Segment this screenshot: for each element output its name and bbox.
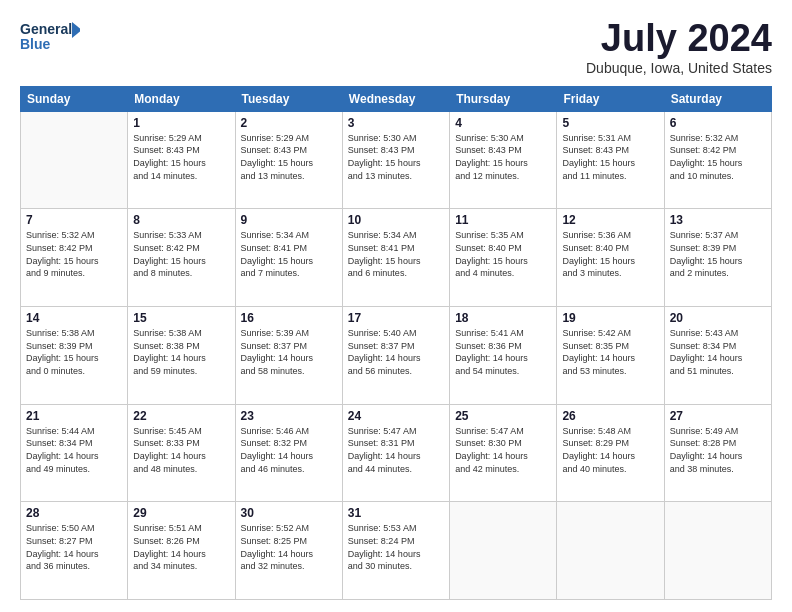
day-number: 10 (348, 213, 444, 227)
calendar-cell: 4Sunrise: 5:30 AM Sunset: 8:43 PM Daylig… (450, 111, 557, 209)
day-number: 24 (348, 409, 444, 423)
day-number: 5 (562, 116, 658, 130)
calendar-week-row: 14Sunrise: 5:38 AM Sunset: 8:39 PM Dayli… (21, 307, 772, 405)
calendar-cell: 23Sunrise: 5:46 AM Sunset: 8:32 PM Dayli… (235, 404, 342, 502)
day-number: 1 (133, 116, 229, 130)
day-info: Sunrise: 5:31 AM Sunset: 8:43 PM Dayligh… (562, 132, 658, 182)
day-number: 12 (562, 213, 658, 227)
calendar-cell: 11Sunrise: 5:35 AM Sunset: 8:40 PM Dayli… (450, 209, 557, 307)
day-number: 22 (133, 409, 229, 423)
day-number: 13 (670, 213, 766, 227)
calendar-cell: 30Sunrise: 5:52 AM Sunset: 8:25 PM Dayli… (235, 502, 342, 600)
calendar-cell: 27Sunrise: 5:49 AM Sunset: 8:28 PM Dayli… (664, 404, 771, 502)
day-info: Sunrise: 5:39 AM Sunset: 8:37 PM Dayligh… (241, 327, 337, 377)
day-number: 17 (348, 311, 444, 325)
calendar-week-row: 21Sunrise: 5:44 AM Sunset: 8:34 PM Dayli… (21, 404, 772, 502)
day-info: Sunrise: 5:40 AM Sunset: 8:37 PM Dayligh… (348, 327, 444, 377)
weekday-header: Friday (557, 86, 664, 111)
day-info: Sunrise: 5:29 AM Sunset: 8:43 PM Dayligh… (133, 132, 229, 182)
svg-text:General: General (20, 21, 72, 37)
calendar-cell (664, 502, 771, 600)
day-number: 18 (455, 311, 551, 325)
month-title: July 2024 (586, 18, 772, 60)
weekday-header-row: SundayMondayTuesdayWednesdayThursdayFrid… (21, 86, 772, 111)
calendar-week-row: 7Sunrise: 5:32 AM Sunset: 8:42 PM Daylig… (21, 209, 772, 307)
weekday-header: Monday (128, 86, 235, 111)
calendar-cell: 25Sunrise: 5:47 AM Sunset: 8:30 PM Dayli… (450, 404, 557, 502)
svg-marker-2 (72, 22, 80, 38)
day-number: 19 (562, 311, 658, 325)
calendar-cell: 12Sunrise: 5:36 AM Sunset: 8:40 PM Dayli… (557, 209, 664, 307)
calendar-page: General Blue July 2024 Dubuque, Iowa, Un… (0, 0, 792, 612)
calendar-cell: 8Sunrise: 5:33 AM Sunset: 8:42 PM Daylig… (128, 209, 235, 307)
calendar-cell: 31Sunrise: 5:53 AM Sunset: 8:24 PM Dayli… (342, 502, 449, 600)
calendar-cell: 19Sunrise: 5:42 AM Sunset: 8:35 PM Dayli… (557, 307, 664, 405)
calendar-table: SundayMondayTuesdayWednesdayThursdayFrid… (20, 86, 772, 600)
day-info: Sunrise: 5:44 AM Sunset: 8:34 PM Dayligh… (26, 425, 122, 475)
day-number: 9 (241, 213, 337, 227)
day-info: Sunrise: 5:49 AM Sunset: 8:28 PM Dayligh… (670, 425, 766, 475)
svg-text:Blue: Blue (20, 36, 51, 52)
weekday-header: Thursday (450, 86, 557, 111)
day-info: Sunrise: 5:43 AM Sunset: 8:34 PM Dayligh… (670, 327, 766, 377)
day-info: Sunrise: 5:32 AM Sunset: 8:42 PM Dayligh… (670, 132, 766, 182)
calendar-cell: 9Sunrise: 5:34 AM Sunset: 8:41 PM Daylig… (235, 209, 342, 307)
day-number: 3 (348, 116, 444, 130)
day-info: Sunrise: 5:30 AM Sunset: 8:43 PM Dayligh… (348, 132, 444, 182)
day-number: 27 (670, 409, 766, 423)
calendar-cell: 5Sunrise: 5:31 AM Sunset: 8:43 PM Daylig… (557, 111, 664, 209)
calendar-cell: 16Sunrise: 5:39 AM Sunset: 8:37 PM Dayli… (235, 307, 342, 405)
calendar-cell: 3Sunrise: 5:30 AM Sunset: 8:43 PM Daylig… (342, 111, 449, 209)
day-info: Sunrise: 5:50 AM Sunset: 8:27 PM Dayligh… (26, 522, 122, 572)
day-info: Sunrise: 5:30 AM Sunset: 8:43 PM Dayligh… (455, 132, 551, 182)
day-info: Sunrise: 5:41 AM Sunset: 8:36 PM Dayligh… (455, 327, 551, 377)
day-info: Sunrise: 5:45 AM Sunset: 8:33 PM Dayligh… (133, 425, 229, 475)
day-info: Sunrise: 5:42 AM Sunset: 8:35 PM Dayligh… (562, 327, 658, 377)
calendar-cell: 10Sunrise: 5:34 AM Sunset: 8:41 PM Dayli… (342, 209, 449, 307)
day-number: 6 (670, 116, 766, 130)
day-info: Sunrise: 5:46 AM Sunset: 8:32 PM Dayligh… (241, 425, 337, 475)
day-info: Sunrise: 5:52 AM Sunset: 8:25 PM Dayligh… (241, 522, 337, 572)
day-number: 11 (455, 213, 551, 227)
day-info: Sunrise: 5:53 AM Sunset: 8:24 PM Dayligh… (348, 522, 444, 572)
calendar-cell (557, 502, 664, 600)
day-number: 31 (348, 506, 444, 520)
day-info: Sunrise: 5:48 AM Sunset: 8:29 PM Dayligh… (562, 425, 658, 475)
calendar-cell: 2Sunrise: 5:29 AM Sunset: 8:43 PM Daylig… (235, 111, 342, 209)
day-info: Sunrise: 5:29 AM Sunset: 8:43 PM Dayligh… (241, 132, 337, 182)
day-number: 29 (133, 506, 229, 520)
day-info: Sunrise: 5:32 AM Sunset: 8:42 PM Dayligh… (26, 229, 122, 279)
calendar-cell (21, 111, 128, 209)
day-number: 28 (26, 506, 122, 520)
weekday-header: Sunday (21, 86, 128, 111)
logo-svg: General Blue (20, 18, 80, 54)
day-info: Sunrise: 5:35 AM Sunset: 8:40 PM Dayligh… (455, 229, 551, 279)
day-number: 7 (26, 213, 122, 227)
calendar-cell: 18Sunrise: 5:41 AM Sunset: 8:36 PM Dayli… (450, 307, 557, 405)
calendar-week-row: 28Sunrise: 5:50 AM Sunset: 8:27 PM Dayli… (21, 502, 772, 600)
day-number: 30 (241, 506, 337, 520)
calendar-cell: 26Sunrise: 5:48 AM Sunset: 8:29 PM Dayli… (557, 404, 664, 502)
day-info: Sunrise: 5:37 AM Sunset: 8:39 PM Dayligh… (670, 229, 766, 279)
day-number: 4 (455, 116, 551, 130)
calendar-cell: 24Sunrise: 5:47 AM Sunset: 8:31 PM Dayli… (342, 404, 449, 502)
day-info: Sunrise: 5:38 AM Sunset: 8:38 PM Dayligh… (133, 327, 229, 377)
day-info: Sunrise: 5:47 AM Sunset: 8:30 PM Dayligh… (455, 425, 551, 475)
header: General Blue July 2024 Dubuque, Iowa, Un… (20, 18, 772, 76)
logo: General Blue (20, 18, 80, 54)
day-info: Sunrise: 5:51 AM Sunset: 8:26 PM Dayligh… (133, 522, 229, 572)
day-number: 20 (670, 311, 766, 325)
calendar-cell: 29Sunrise: 5:51 AM Sunset: 8:26 PM Dayli… (128, 502, 235, 600)
weekday-header: Tuesday (235, 86, 342, 111)
title-block: July 2024 Dubuque, Iowa, United States (586, 18, 772, 76)
day-number: 16 (241, 311, 337, 325)
day-number: 21 (26, 409, 122, 423)
day-info: Sunrise: 5:38 AM Sunset: 8:39 PM Dayligh… (26, 327, 122, 377)
calendar-cell: 15Sunrise: 5:38 AM Sunset: 8:38 PM Dayli… (128, 307, 235, 405)
calendar-cell: 20Sunrise: 5:43 AM Sunset: 8:34 PM Dayli… (664, 307, 771, 405)
day-info: Sunrise: 5:47 AM Sunset: 8:31 PM Dayligh… (348, 425, 444, 475)
day-number: 2 (241, 116, 337, 130)
day-info: Sunrise: 5:33 AM Sunset: 8:42 PM Dayligh… (133, 229, 229, 279)
day-number: 8 (133, 213, 229, 227)
weekday-header: Wednesday (342, 86, 449, 111)
